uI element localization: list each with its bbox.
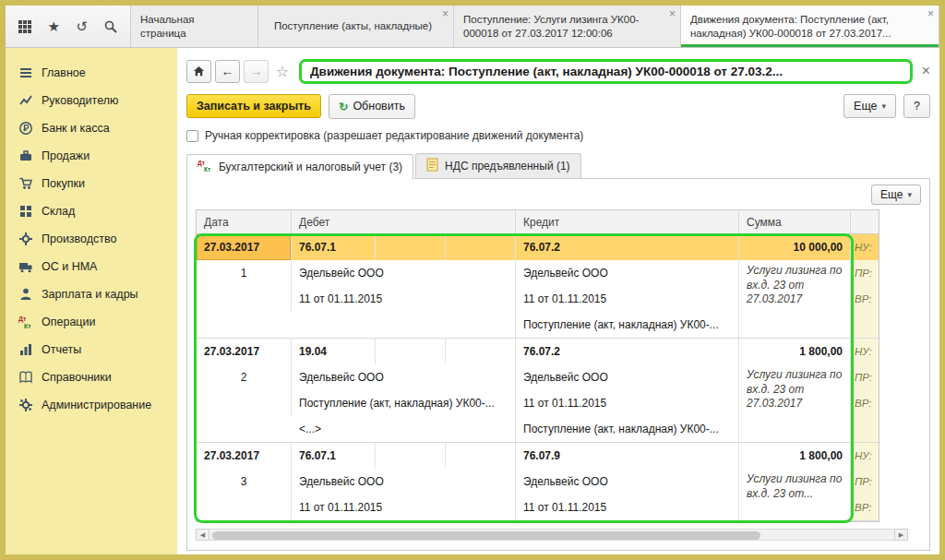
- scroll-left-icon[interactable]: ◀: [196, 529, 209, 541]
- form-navigation-row: ← → ☆ Движения документа: Поступление (а…: [186, 54, 930, 88]
- close-icon[interactable]: ×: [927, 7, 934, 22]
- scroll-right-icon[interactable]: ▶: [894, 529, 908, 541]
- apps-grid-icon[interactable]: [13, 14, 38, 40]
- tab-receipt-list[interactable]: Поступление (акты, накладные) ×: [258, 6, 454, 47]
- sidebar-item-administration[interactable]: Администрирование: [6, 391, 177, 419]
- cell-credit-analytics[interactable]: 11 от 01.11.2015: [516, 494, 739, 520]
- sidebar-item-purchases[interactable]: Покупки: [6, 170, 177, 197]
- search-icon[interactable]: [98, 14, 123, 40]
- cell-sum[interactable]: 10 000,00: [739, 234, 851, 260]
- tab-home-page[interactable]: Начальная страница: [131, 6, 258, 47]
- refresh-button[interactable]: ↻ Обновить: [329, 94, 415, 119]
- sidebar-item-label: Покупки: [42, 177, 85, 190]
- scrollbar-thumb[interactable]: [212, 531, 760, 540]
- cell-debit-analytics[interactable]: Эдельвейс ООО: [292, 364, 516, 390]
- sidebar-item-manager[interactable]: Руководителю: [6, 87, 177, 114]
- posting-row-group-2[interactable]: 27.03.2017 19.04 76.07.2 1 800,00 НУ: 2 …: [197, 339, 879, 443]
- sidebar-item-fixed-assets[interactable]: ОС и НМА: [6, 253, 177, 280]
- close-form-icon[interactable]: ×: [922, 63, 930, 79]
- tax-label-pr: ПР:: [851, 260, 879, 286]
- column-header-credit[interactable]: Кредит: [516, 210, 739, 233]
- cell-credit-analytics[interactable]: Поступление (акт, накладная) УК00-...: [516, 312, 739, 338]
- tab-document-movements[interactable]: Движения документа: Поступление (акт, на…: [681, 6, 939, 47]
- cell-credit-account[interactable]: 76.07.9: [516, 443, 739, 469]
- register-panel: Еще ▾ Дата Дебет Кредит Сумма 27.03.2017: [186, 178, 930, 551]
- tax-label-vr: ВР:: [851, 494, 879, 520]
- sidebar-item-payroll-hr[interactable]: Зарплата и кадры: [6, 280, 177, 308]
- tab-accounting-register[interactable]: ДтКт Бухгалтерский и налоговый учет (3): [186, 154, 413, 179]
- cell-credit-analytics[interactable]: Эдельвейс ООО: [516, 260, 739, 286]
- tab-receipt-document[interactable]: Поступление: Услуги лизинга УК00-000018 …: [454, 6, 681, 47]
- column-header-sum[interactable]: Сумма: [739, 210, 851, 233]
- close-icon[interactable]: ×: [669, 7, 676, 22]
- column-header-date[interactable]: Дата: [197, 210, 292, 233]
- sidebar-item-operations[interactable]: ДтКт Операции: [6, 308, 177, 336]
- page-title: Движения документа: Поступление (акт, на…: [310, 65, 902, 78]
- cell-sum[interactable]: 1 800,00: [739, 443, 851, 469]
- cell-credit-analytics[interactable]: 11 от 01.11.2015: [516, 286, 739, 312]
- cell-debit-account[interactable]: 19.04: [292, 339, 516, 364]
- sidebar-item-warehouse[interactable]: Склад: [6, 197, 177, 225]
- cell-credit-account[interactable]: 76.07.2: [516, 339, 739, 364]
- close-icon[interactable]: ×: [442, 7, 449, 22]
- cell-date[interactable]: 27.03.2017: [197, 339, 292, 364]
- manual-adjustment-checkbox[interactable]: [186, 130, 198, 142]
- sidebar-item-main[interactable]: Главное: [6, 59, 177, 87]
- tax-label-pr: ПР:: [851, 364, 879, 390]
- cell-credit-analytics[interactable]: Эдельвейс ООО: [516, 469, 739, 494]
- cell-date[interactable]: 27.03.2017: [197, 443, 292, 469]
- sidebar-item-sales[interactable]: Продажи: [6, 142, 177, 170]
- favorite-toggle-icon[interactable]: ☆: [272, 63, 293, 80]
- tab-label: Поступление: Услуги лизинга УК00-000018 …: [463, 13, 665, 41]
- forward-button[interactable]: →: [244, 60, 269, 83]
- scrollbar-track[interactable]: [209, 529, 894, 541]
- cell-credit-analytics[interactable]: Поступление (акт, накладная) УК00-...: [516, 416, 739, 442]
- posting-row-group-3[interactable]: 27.03.2017 76.07.1 76.07.9 1 800,00 НУ: …: [197, 443, 879, 521]
- sidebar-item-label: Продажи: [42, 149, 90, 162]
- history-icon[interactable]: ↺: [70, 14, 95, 40]
- cell-row-number[interactable]: 2: [197, 364, 292, 390]
- cell-posting-description[interactable]: Услуги лизинга по вх.д. 23 от...: [739, 469, 851, 520]
- posting-row-group-1[interactable]: 27.03.2017 76.07.1 76.07.2 10 000,00 НУ:…: [197, 234, 879, 339]
- sidebar-item-bank-cash[interactable]: Банк и касса: [6, 114, 177, 142]
- cell-debit-analytics[interactable]: Эдельвейс ООО: [292, 260, 516, 286]
- cell-credit-analytics[interactable]: Эдельвейс ООО: [516, 364, 739, 390]
- cell-debit-account[interactable]: 76.07.1: [292, 443, 516, 469]
- cell-row-number[interactable]: 1: [197, 260, 292, 286]
- cell-sum[interactable]: 1 800,00: [739, 339, 851, 364]
- cell-debit-account[interactable]: 76.07.1: [292, 234, 516, 260]
- sidebar-item-label: Производство: [42, 232, 117, 245]
- table-more-button[interactable]: Еще ▾: [871, 185, 921, 205]
- tax-label-nu: НУ:: [851, 234, 879, 260]
- sidebar-item-reports[interactable]: Отчеты: [6, 336, 177, 363]
- tab-vat-register[interactable]: НДС предъявленный (1): [415, 153, 580, 178]
- save-and-close-button[interactable]: Записать и закрыть: [186, 94, 321, 118]
- home-icon[interactable]: [186, 60, 211, 83]
- cell-debit-analytics[interactable]: Поступление (акт, накладная) УК00-...: [292, 390, 516, 416]
- cell-credit-account[interactable]: 76.07.2: [516, 234, 739, 260]
- cell-credit-analytics[interactable]: 11 от 01.11.2015: [516, 390, 739, 416]
- favorites-star-icon[interactable]: ★: [42, 14, 66, 40]
- cell-debit-analytics[interactable]: <...>: [292, 416, 516, 442]
- chevron-down-icon: ▾: [907, 190, 912, 199]
- back-button[interactable]: ←: [215, 60, 240, 83]
- help-button[interactable]: ?: [903, 94, 930, 118]
- sidebar-item-production[interactable]: Производство: [6, 225, 177, 253]
- more-button[interactable]: Еще ▾: [843, 94, 896, 118]
- cell-date[interactable]: 27.03.2017: [197, 234, 292, 260]
- cell-row-number[interactable]: 3: [197, 469, 292, 494]
- debit-account: 76.07.1: [292, 241, 375, 254]
- tab-label: НДС предъявленный (1): [445, 160, 569, 173]
- manual-adjustment-row: Ручная корректировка (разрешает редактир…: [186, 125, 930, 146]
- column-header-debit[interactable]: Дебет: [292, 210, 516, 233]
- empty-cell: [292, 312, 516, 338]
- horizontal-scrollbar[interactable]: ◀ ▶: [196, 529, 908, 541]
- cell-debit-analytics[interactable]: 11 от 01.11.2015: [292, 494, 516, 520]
- cell-debit-analytics[interactable]: 11 от 01.11.2015: [292, 286, 516, 312]
- cell-posting-description[interactable]: Услуги лизинга по вх.д. 23 от 27.03.2017: [739, 260, 851, 338]
- cell-debit-analytics[interactable]: Эдельвейс ООО: [292, 469, 516, 494]
- cell-posting-description[interactable]: Услуги лизинга по вх.д. 23 от 27.03.2017: [739, 364, 851, 442]
- register-tabs: ДтКт Бухгалтерский и налоговый учет (3) …: [186, 153, 930, 178]
- sidebar-item-directories[interactable]: Справочники: [6, 363, 177, 391]
- gear-icon: [18, 398, 33, 412]
